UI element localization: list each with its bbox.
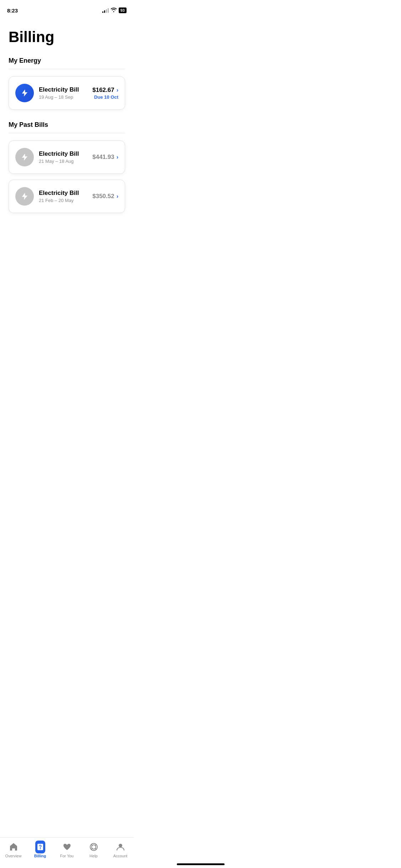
- wifi-icon: [111, 7, 117, 13]
- past-bill-amount-row-1: $441.93 ›: [92, 154, 118, 161]
- past-bill-card-1[interactable]: Electricity Bill 21 May – 18 Aug $441.93…: [9, 140, 125, 174]
- past-bill-amount-1: $441.93: [92, 154, 114, 161]
- status-time: 8:23: [7, 7, 18, 14]
- past-bill-amount-2: $350.52: [92, 193, 114, 200]
- past-chevron-icon-1: ›: [117, 154, 118, 160]
- past-bill-name-1: Electricity Bill: [39, 150, 87, 157]
- active-bill-name: Electricity Bill: [39, 86, 87, 93]
- active-bill-dates: 19 Aug – 18 Sep: [39, 94, 87, 100]
- past-bill-icon-2: [15, 187, 34, 206]
- my-energy-divider: [9, 69, 125, 69]
- past-chevron-icon-2: ›: [117, 193, 118, 200]
- past-bill-name-2: Electricity Bill: [39, 190, 87, 197]
- past-bills-divider: [9, 133, 125, 133]
- past-bill-right-2: $350.52 ›: [92, 193, 118, 200]
- status-bar: 8:23 93: [0, 0, 134, 16]
- past-bill-info-2: Electricity Bill 21 Feb – 20 May: [39, 190, 87, 203]
- active-bill-amount-row: $162.67 ›: [92, 87, 118, 94]
- past-bill-info-1: Electricity Bill 21 May – 18 Aug: [39, 150, 87, 164]
- active-bill-due: Due 10 Oct: [94, 94, 118, 100]
- page-content: Billing My Energy Electricity Bill 19 Au…: [0, 16, 134, 254]
- active-chevron-icon: ›: [117, 87, 118, 93]
- past-bills-title: My Past Bills: [9, 121, 125, 129]
- past-bill-dates-2: 21 Feb – 20 May: [39, 198, 87, 203]
- active-bill-card[interactable]: Electricity Bill 19 Aug – 18 Sep $162.67…: [9, 76, 125, 110]
- status-icons: 93: [102, 7, 127, 13]
- past-bills-section: My Past Bills Electricity Bill 21 May – …: [9, 121, 125, 213]
- active-bill-right: $162.67 › Due 10 Oct: [92, 87, 118, 100]
- battery-icon: 93: [119, 7, 127, 13]
- past-bill-icon-1: [15, 148, 34, 166]
- my-energy-section: My Energy Electricity Bill 19 Aug – 18 S…: [9, 57, 125, 110]
- active-bill-icon: [15, 84, 34, 102]
- past-bill-right-1: $441.93 ›: [92, 154, 118, 161]
- my-energy-title: My Energy: [9, 57, 125, 64]
- page-title: Billing: [9, 29, 125, 46]
- signal-icon: [102, 8, 109, 13]
- active-bill-amount: $162.67: [92, 87, 114, 94]
- past-bill-card-2[interactable]: Electricity Bill 21 Feb – 20 May $350.52…: [9, 180, 125, 213]
- lightning-icon: [20, 89, 29, 97]
- past-bill-amount-row-2: $350.52 ›: [92, 193, 118, 200]
- active-bill-info: Electricity Bill 19 Aug – 18 Sep: [39, 86, 87, 100]
- past-lightning-icon-1: [20, 153, 29, 161]
- past-bill-dates-1: 21 May – 18 Aug: [39, 159, 87, 164]
- past-lightning-icon-2: [20, 192, 29, 201]
